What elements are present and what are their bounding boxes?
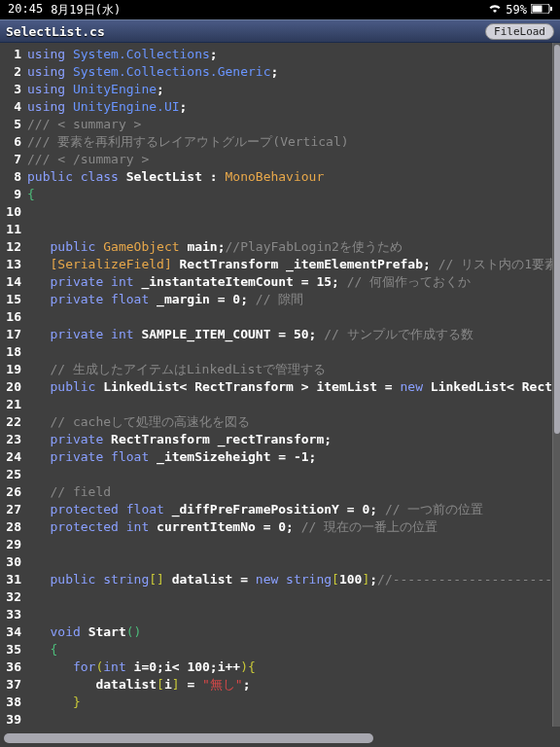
line-number: 3	[2, 81, 21, 98]
line-number: 8	[2, 168, 21, 186]
line-number: 30	[2, 553, 21, 571]
code-line[interactable]: // field	[27, 483, 560, 501]
code-line[interactable]: using System.Collections.Generic;	[27, 63, 560, 81]
line-number: 16	[2, 308, 21, 326]
vertical-scrollbar-thumb[interactable]	[554, 45, 560, 434]
code-line[interactable]: protected float _diffPreFramePositionY =…	[27, 501, 560, 518]
line-number: 31	[2, 571, 21, 588]
code-line[interactable]: datalist[i] = "無し";	[27, 676, 560, 694]
code-area[interactable]: using System.Collections;using System.Co…	[27, 43, 560, 727]
line-number: 2	[2, 63, 21, 81]
code-line[interactable]	[27, 221, 560, 238]
code-line[interactable]: /// 要素を再利用するレイアウトグループ(Vertical)	[27, 133, 560, 151]
line-number: 7	[2, 151, 21, 168]
code-line[interactable]: {	[27, 186, 560, 203]
line-number: 25	[2, 466, 21, 483]
code-line[interactable]: void Start()	[27, 623, 560, 641]
line-number: 32	[2, 588, 21, 606]
line-number: 34	[2, 623, 21, 641]
line-number: 18	[2, 343, 21, 361]
code-line[interactable]	[27, 396, 560, 413]
line-number: 35	[2, 641, 21, 658]
line-number: 27	[2, 501, 21, 518]
code-line[interactable]: public string[] datalist = new string[10…	[27, 571, 560, 588]
line-number: 38	[2, 694, 21, 711]
code-line[interactable]	[27, 308, 560, 326]
line-number: 23	[2, 431, 21, 448]
line-number: 14	[2, 273, 21, 291]
line-number: 15	[2, 291, 21, 308]
code-line[interactable]: /// < /summary >	[27, 151, 560, 168]
code-line[interactable]: [SerializeField] RectTransform _itemElem…	[27, 256, 560, 273]
vertical-scrollbar-track[interactable]	[552, 43, 560, 727]
line-number: 26	[2, 483, 21, 501]
code-line[interactable]	[27, 203, 560, 221]
line-number: 29	[2, 536, 21, 553]
line-number: 6	[2, 133, 21, 151]
code-line[interactable]	[27, 343, 560, 361]
code-line[interactable]: for(int i=0;i< 100;i++){	[27, 658, 560, 676]
code-line[interactable]: protected int currentItemNo = 0; // 現在の一…	[27, 518, 560, 536]
code-line[interactable]	[27, 588, 560, 606]
code-editor[interactable]: 1234567891011121314151617181920212223242…	[0, 43, 560, 727]
status-time: 20:45	[8, 2, 43, 18]
line-number: 10	[2, 203, 21, 221]
line-number: 5	[2, 116, 21, 133]
code-line[interactable]: private float _margin = 0; // 隙間	[27, 291, 560, 308]
horizontal-scrollbar-track[interactable]	[0, 727, 560, 747]
horizontal-scrollbar-thumb[interactable]	[4, 733, 373, 743]
line-number: 24	[2, 448, 21, 466]
code-line[interactable]: /// < summary >	[27, 116, 560, 133]
line-number: 20	[2, 378, 21, 396]
line-number: 13	[2, 256, 21, 273]
line-gutter: 1234567891011121314151617181920212223242…	[0, 43, 27, 727]
line-number: 1	[2, 46, 21, 63]
code-line[interactable]: public class SelectList : MonoBehaviour	[27, 168, 560, 186]
status-bar: 20:45 8月19日(水) 59%	[0, 0, 560, 19]
code-line[interactable]: {	[27, 641, 560, 658]
file-title: SelectList.cs	[6, 24, 105, 39]
title-bar: SelectList.cs FileLoad	[0, 19, 560, 43]
file-load-button[interactable]: FileLoad	[485, 23, 554, 40]
line-number: 39	[2, 711, 21, 727]
line-number: 9	[2, 186, 21, 203]
wifi-icon	[488, 3, 502, 17]
code-line[interactable]	[27, 466, 560, 483]
code-line[interactable]: // 生成したアイテムはLinkedListで管理する	[27, 361, 560, 378]
line-number: 37	[2, 676, 21, 694]
code-line[interactable]: private int _instantateItemCount = 15; /…	[27, 273, 560, 291]
line-number: 11	[2, 221, 21, 238]
status-battery: 59%	[506, 3, 527, 17]
code-line[interactable]	[27, 553, 560, 571]
code-line[interactable]: public LinkedList< RectTransform > itemL…	[27, 378, 560, 396]
code-line[interactable]	[27, 711, 560, 727]
code-line[interactable]	[27, 536, 560, 553]
code-line[interactable]: // cacheして処理の高速化を図る	[27, 413, 560, 431]
line-number: 36	[2, 658, 21, 676]
code-line[interactable]: using UnityEngine;	[27, 81, 560, 98]
code-line[interactable]: }	[27, 694, 560, 711]
status-date: 8月19日(水)	[51, 2, 121, 18]
code-line[interactable]	[27, 606, 560, 623]
code-line[interactable]: private RectTransform _rectTransform;	[27, 431, 560, 448]
line-number: 21	[2, 396, 21, 413]
line-number: 17	[2, 326, 21, 343]
svg-rect-2	[550, 7, 552, 11]
line-number: 22	[2, 413, 21, 431]
code-line[interactable]: using System.Collections;	[27, 46, 560, 63]
battery-icon	[531, 3, 552, 17]
line-number: 12	[2, 238, 21, 256]
line-number: 33	[2, 606, 21, 623]
code-line[interactable]: using UnityEngine.UI;	[27, 98, 560, 116]
line-number: 4	[2, 98, 21, 116]
line-number: 19	[2, 361, 21, 378]
line-number: 28	[2, 518, 21, 536]
code-line[interactable]: public GameObject main;//PlayFabLogin2を使…	[27, 238, 560, 256]
svg-rect-1	[533, 6, 542, 13]
code-line[interactable]: private int SAMPLE_ITEM_COUNT = 50; // サ…	[27, 326, 560, 343]
code-line[interactable]: private float _itemSizeheight = -1;	[27, 448, 560, 466]
